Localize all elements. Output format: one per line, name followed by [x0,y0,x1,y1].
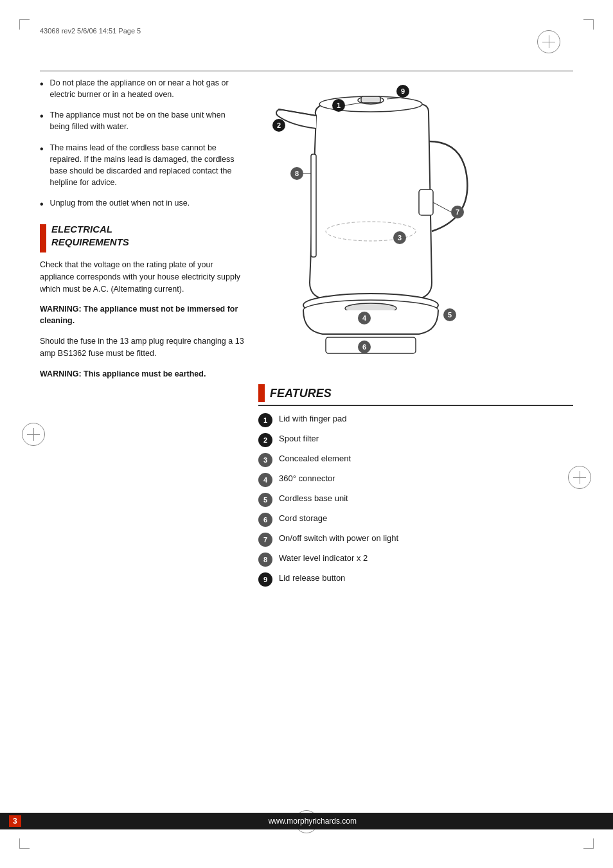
feature-item-2: 2 Spout filter [258,434,573,447]
crosshair-tr [542,35,555,48]
svg-text:6: 6 [362,343,366,351]
feature-label-2: Spout filter [279,434,319,445]
red-accent-bar [40,224,46,252]
content-area: Do not place the appliance on or near a … [40,77,573,817]
svg-text:1: 1 [337,102,341,109]
warning-1: WARNING: The appliance must not be immer… [40,304,245,326]
feature-item-3: 3 Concealed element [258,454,573,467]
feature-num-5: 5 [258,493,272,507]
top-rule [40,71,573,71]
svg-rect-8 [361,96,380,103]
left-column: Do not place the appliance on or near a … [40,77,245,817]
feature-item-7: 7 On/off switch with power on light [258,533,573,547]
safety-bullet-list: Do not place the appliance on or near a … [40,77,245,211]
svg-rect-7 [326,337,416,353]
crosshair-rm [573,471,586,484]
svg-text:5: 5 [448,311,452,319]
electrical-body: Check that the voltage on the rating pla… [40,259,245,295]
corner-mark-tr [583,19,594,30]
feature-item-9: 9 Lid release button [258,573,573,587]
svg-text:9: 9 [401,87,405,95]
kettle-diagram: 1 2 3 4 5 6 [258,77,573,379]
feature-num-9: 9 [258,572,272,587]
feature-num-4: 4 [258,473,272,487]
feature-label-8: Water level indicator x 2 [279,553,368,564]
svg-text:3: 3 [398,234,402,242]
feature-label-9: Lid release button [279,573,345,584]
corner-mark-br [583,838,594,849]
page-header: 43068 rev2 5/6/06 14:51 Page 5 [40,27,141,35]
list-item: Unplug from the outlet when not in use. [40,197,245,211]
svg-text:7: 7 [456,208,459,216]
list-item: The mains lead of the cordless base cann… [40,142,245,189]
crosshair-lm [27,428,40,441]
features-section: FEATURES 1 Lid with finger pad 2 Spout f… [258,384,573,587]
svg-rect-3 [419,190,433,215]
footer-bar: 3 www.morphyrichards.com [0,813,613,829]
feature-item-1: 1 Lid with finger pad [258,414,573,427]
features-red-bar [258,384,265,402]
corner-mark-tl [19,19,30,30]
electrical-title: ELECTRICAL REQUIREMENTS [51,223,129,248]
feature-num-6: 6 [258,513,272,527]
feature-num-7: 7 [258,533,272,547]
feature-num-8: 8 [258,553,272,567]
list-item: Do not place the appliance on or near a … [40,77,245,100]
electrical-section-heading: ELECTRICAL REQUIREMENTS [40,223,245,252]
feature-label-6: Cord storage [279,513,327,524]
fuse-body: Should the fuse in the 13 amp plug requi… [40,335,245,360]
feature-item-6: 6 Cord storage [258,513,573,527]
corner-mark-bl [19,838,30,849]
feature-item-4: 4 360° connector [258,474,573,487]
feature-label-4: 360° connector [279,474,335,484]
footer-page-number: 3 [9,815,21,827]
two-column-layout: Do not place the appliance on or near a … [40,77,573,817]
feature-num-2: 2 [258,433,272,447]
kettle-svg: 1 2 3 4 5 6 [265,77,502,379]
svg-text:4: 4 [362,314,367,322]
feature-label-7: On/off switch with power on light [279,533,398,544]
feature-num-1: 1 [258,413,272,427]
feature-label-1: Lid with finger pad [279,414,347,425]
feature-label-3: Concealed element [279,454,351,465]
footer-url: www.morphyrichards.com [21,817,604,826]
svg-line-25 [433,202,451,212]
right-column: 1 2 3 4 5 6 [258,77,573,817]
feature-item-8: 8 Water level indicator x 2 [258,553,573,567]
features-header: FEATURES [258,384,573,406]
feature-label-5: Cordless base unit [279,493,348,504]
feature-item-5: 5 Cordless base unit [258,493,573,507]
svg-rect-2 [311,154,316,257]
warning-2: WARNING: This appliance must be earthed. [40,369,245,380]
features-title: FEATURES [270,387,332,400]
svg-text:8: 8 [295,170,299,177]
list-item: The appliance must not be on the base un… [40,109,245,132]
features-list: 1 Lid with finger pad 2 Spout filter 3 C… [258,414,573,587]
svg-text:2: 2 [277,121,281,129]
feature-num-3: 3 [258,453,272,467]
